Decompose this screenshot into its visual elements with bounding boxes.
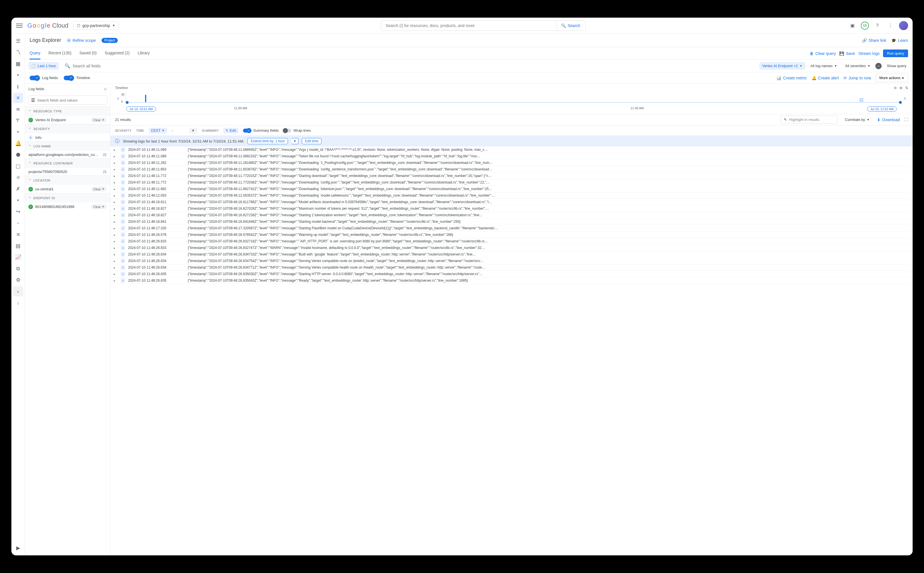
log-row[interactable]: ▸i2024-07-10 11:48:12.053{"timestamp":"2…	[110, 193, 913, 199]
sidebar-item-dot1[interactable]: •	[13, 70, 23, 80]
section-resource-container[interactable]: ⌃RESOURCE CONTAINER	[25, 159, 110, 168]
log-row[interactable]: ▸i2024-07-10 11:48:16.827{"timestamp":"2…	[110, 212, 913, 219]
log-row[interactable]: ▸i2024-07-10 11:48:26.834{"timestamp":"2…	[110, 258, 913, 264]
log-row[interactable]: ▸i2024-07-10 11:48:26.834{"timestamp":"2…	[110, 264, 913, 271]
create-alert-button[interactable]: 🔔Create alert	[811, 76, 839, 80]
severities-filter[interactable]: All severities▼	[842, 62, 873, 70]
tab-suggested[interactable]: Suggested (2)	[105, 47, 130, 59]
correlate-dropdown[interactable]: Correlate by▼	[842, 116, 872, 124]
sort-chip[interactable]: ▼	[189, 128, 197, 133]
expand-icon[interactable]: ▸	[114, 266, 118, 269]
clear-query-button[interactable]: 🗑Clear query	[810, 51, 836, 56]
field-project[interactable]: projects/755607090520 21	[25, 168, 110, 175]
wrap-lines-toggle[interactable]: Wrap lines	[283, 128, 311, 133]
hamburger-icon[interactable]	[16, 22, 23, 29]
expand-icon[interactable]: ▸	[114, 188, 118, 191]
sidebar-item-shuffle[interactable]: ⤨	[13, 229, 23, 240]
fullscreen-icon[interactable]: ⛶	[904, 117, 908, 122]
expand-icon[interactable]: ▸	[114, 272, 118, 276]
expand-icon[interactable]: ▸	[114, 214, 118, 217]
log-row[interactable]: ▸i2024-07-10 11:48:11.772{"timestamp":"2…	[110, 179, 913, 186]
more-icon[interactable]: ⋮	[886, 21, 895, 30]
global-search[interactable]: 🔍 Search	[381, 20, 586, 31]
log-row[interactable]: ▸i2024-07-10 11:48:11.772{"timestamp":"2…	[110, 173, 913, 179]
timeline-next[interactable]: ›	[902, 95, 908, 101]
edit-time-button[interactable]: Edit time	[302, 138, 322, 144]
sidebar-item-docs[interactable]: ▤	[13, 241, 23, 251]
create-metric-button[interactable]: 📊Create metric	[776, 76, 807, 80]
section-resource-type[interactable]: ⌃RESOURCE TYPE	[25, 107, 110, 116]
expand-icon[interactable]: ▸	[114, 155, 118, 158]
zoom-in-icon[interactable]: ⊕	[899, 86, 902, 90]
sidebar-item-trace[interactable]: ⫿	[13, 81, 23, 92]
sidebar-item-sql[interactable]: ▫	[13, 218, 23, 228]
sidebar-item-uptime[interactable]: ⬢	[13, 150, 23, 160]
download-button[interactable]: ⬇Download	[877, 117, 900, 122]
sidebar-item-groups[interactable]: ▢	[13, 161, 23, 171]
log-row[interactable]: ▸i2024-07-10 11:48:17.320{"timestamp":"2…	[110, 225, 913, 232]
summary-fields-toggle[interactable]: Summary fields	[243, 128, 279, 133]
search-all-fields[interactable]: 🔍	[61, 63, 757, 69]
field-endpoint-id[interactable]: ✓ 8014909801882451968 Clear✕	[25, 203, 110, 211]
clear-chip[interactable]: Clear✕	[91, 186, 107, 191]
google-cloud-logo[interactable]: Google Cloud	[27, 22, 69, 29]
log-row[interactable]: ▸i2024-07-10 11:48:26.834{"timestamp":"2…	[110, 251, 913, 258]
sidebar-item-slos[interactable]: 〒	[13, 116, 23, 126]
expand-icon[interactable]: ▸	[114, 220, 118, 223]
share-link-button[interactable]: 🔗Share link	[862, 38, 886, 43]
expand-icon[interactable]: ▸	[114, 253, 118, 256]
log-row[interactable]: ▸i2024-07-10 11:48:11.069{"timestamp":"2…	[110, 147, 913, 153]
sidebar-item-settings[interactable]: ⚙	[13, 275, 23, 285]
sort-asc-icon[interactable]: ↑	[172, 129, 173, 132]
sidebar-item-synthetic[interactable]: ⚛	[13, 172, 23, 183]
tab-recent[interactable]: Recent (135)	[48, 47, 71, 59]
log-list[interactable]: ▸i2024-07-10 11:48:11.069{"timestamp":"2…	[110, 147, 913, 555]
field-location[interactable]: ✓ us-central1 Clear✕	[25, 185, 110, 193]
log-row[interactable]: ▸i2024-07-10 11:48:26.835{"timestamp":"2…	[110, 271, 913, 277]
expand-icon[interactable]: ▸	[114, 168, 118, 171]
section-location[interactable]: ⌃LOCATION	[25, 176, 110, 185]
section-endpoint-id[interactable]: ⌃ENDPOINT ID	[25, 194, 110, 203]
resource-filter[interactable]: Vertex AI Endpoint +2▼	[759, 62, 805, 70]
project-selector[interactable]: ⬡ gcp-partnership ▼	[73, 21, 119, 30]
field-info[interactable]: i Info	[25, 133, 110, 141]
log-row[interactable]: ▸i2024-07-10 11:48:11.262{"timestamp":"2…	[110, 160, 913, 166]
expand-icon[interactable]: ▸	[114, 200, 118, 204]
avatar[interactable]	[899, 21, 908, 30]
jump-to-now-button[interactable]: ⟳Jump to now	[843, 76, 871, 80]
expand-icon[interactable]: ▸	[114, 207, 118, 210]
sidebar-item-dot2[interactable]: •	[13, 127, 23, 137]
sidebar-item-copy[interactable]: ⧉	[13, 263, 23, 274]
tab-saved[interactable]: Saved (0)	[80, 47, 97, 59]
log-row[interactable]: ▸i2024-07-10 11:48:11.882{"timestamp":"2…	[110, 186, 913, 193]
sidebar-item-alerting[interactable]: 🔔	[13, 138, 23, 149]
log-row[interactable]: ▸i2024-07-10 11:48:11.653{"timestamp":"2…	[110, 166, 913, 173]
show-query-toggle[interactable]: Show query	[884, 62, 909, 70]
remove-filter-icon[interactable]: −	[876, 63, 882, 69]
extend-time-button[interactable]: Extend time by: 1 hour	[247, 138, 288, 144]
log-row[interactable]: ▸i2024-07-10 11:48:26.833{"timestamp":"2…	[110, 245, 913, 251]
expand-icon[interactable]: ▸	[114, 240, 118, 243]
sidebar-item-debug[interactable]: ✗	[13, 184, 23, 194]
expand-icon[interactable]: ▸	[114, 194, 118, 197]
expand-icon[interactable]: ▸	[114, 161, 118, 164]
fields-search-input[interactable]	[37, 98, 104, 102]
run-query-button[interactable]: Run query	[883, 50, 908, 57]
timezone-chip[interactable]: CEST▼	[149, 128, 167, 133]
log-row[interactable]: ▸i2024-07-10 11:48:26.833{"timestamp":"2…	[110, 238, 913, 245]
search-button[interactable]: 🔍 Search	[557, 22, 584, 30]
expand-icon[interactable]: ⇅	[905, 86, 908, 90]
stream-logs-button[interactable]: Stream logs	[858, 51, 880, 56]
tab-query[interactable]: Query	[30, 47, 41, 59]
sidebar-item-logs[interactable]: ☰	[13, 36, 23, 46]
expand-icon[interactable]: ▸	[114, 233, 118, 236]
expand-icon[interactable]: ▸	[114, 246, 118, 249]
log-row[interactable]: ▸i2024-07-10 11:48:16.811{"timestamp":"2…	[110, 199, 913, 205]
clear-chip[interactable]: Clear✕	[91, 117, 107, 122]
timeline-prev[interactable]: ‹	[115, 95, 121, 101]
help-icon[interactable]: ?	[873, 21, 882, 30]
sidebar-item-logging[interactable]: ≡	[13, 93, 23, 103]
log-fields-toggle[interactable]: Log fields	[30, 76, 58, 80]
extend-dropdown[interactable]: ▼	[291, 138, 299, 144]
sidebar-item-dot3[interactable]: •	[13, 195, 23, 205]
